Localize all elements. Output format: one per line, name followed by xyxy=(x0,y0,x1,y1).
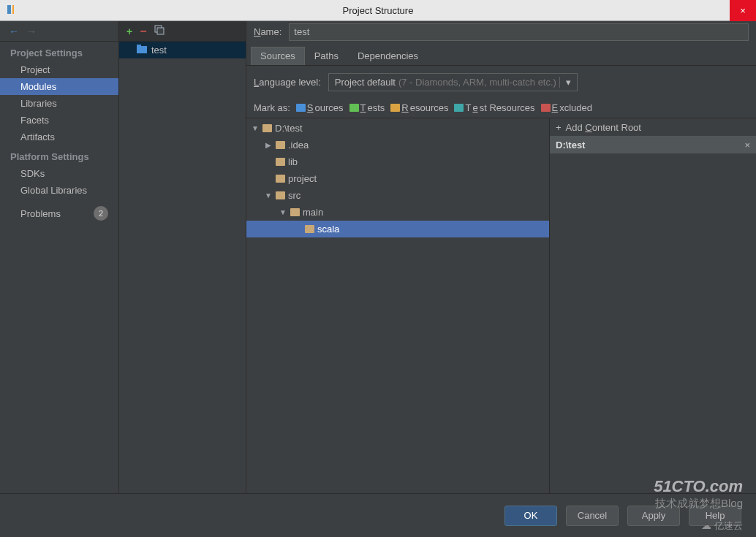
tree-label: .idea xyxy=(288,140,309,151)
nav-sdks[interactable]: SDKs xyxy=(0,165,118,182)
nav-back-icon[interactable]: ← xyxy=(9,26,19,37)
module-name-input[interactable] xyxy=(289,23,749,41)
ok-button[interactable]: OK xyxy=(504,506,557,526)
tab-sources[interactable]: Sources xyxy=(251,47,305,65)
expander-icon[interactable]: ▼ xyxy=(264,191,273,199)
left-nav: ← → Project Settings Project Modules Lib… xyxy=(0,21,119,493)
content-roots-panel: + Add Content Root D:\test × xyxy=(550,118,756,493)
mark-tests[interactable]: Tests xyxy=(349,102,385,113)
folder-icon xyxy=(290,208,300,216)
folder-icon xyxy=(305,225,314,233)
nav-history: ← → xyxy=(0,21,118,42)
remove-content-root-icon[interactable]: × xyxy=(744,140,750,151)
tree-label: project xyxy=(288,173,317,184)
problems-count-badge: 2 xyxy=(94,206,108,221)
mark-as-row: Mark as: Sources Tests Resources Test Re… xyxy=(246,98,756,118)
cancel-button[interactable]: Cancel xyxy=(566,506,619,526)
nav-project[interactable]: Project xyxy=(0,61,118,78)
tree-root[interactable]: ▼ D:\test xyxy=(246,120,549,137)
content-root-item[interactable]: D:\test × xyxy=(550,136,756,153)
add-content-root-button[interactable]: + Add Content Root xyxy=(550,118,756,136)
app-icon xyxy=(6,4,18,18)
tree-idea[interactable]: ▶ .idea xyxy=(246,137,549,153)
folder-tree: ▼ D:\test ▶ .idea lib project xyxy=(246,118,550,493)
module-item-test[interactable]: test xyxy=(119,42,246,58)
module-list-panel: + − test xyxy=(119,21,246,493)
folder-green-icon xyxy=(349,104,359,112)
folder-icon xyxy=(276,175,285,183)
tree-label: D:\test xyxy=(275,123,303,134)
svg-rect-4 xyxy=(137,46,147,53)
mark-sources[interactable]: Sources xyxy=(296,102,344,113)
dialog-footer: OK Cancel Apply Help xyxy=(0,493,756,537)
tree-scala[interactable]: scala xyxy=(246,221,549,237)
tree-label: src xyxy=(288,190,300,201)
tab-dependencies[interactable]: Dependencies xyxy=(348,47,428,65)
folder-test-resources-icon xyxy=(454,104,464,112)
tree-label: scala xyxy=(317,224,339,235)
platform-settings-header: Platform Settings xyxy=(0,145,118,165)
language-level-suffix: (7 - Diamonds, ARM, multi-catch etc.) xyxy=(398,77,556,88)
nav-libraries[interactable]: Libraries xyxy=(0,95,118,112)
module-details: Name: Sources Paths Dependencies Languag… xyxy=(246,21,756,493)
tabs: Sources Paths Dependencies xyxy=(246,47,756,66)
problems-label: Problems xyxy=(20,208,61,219)
module-icon xyxy=(137,45,147,56)
tree-label: main xyxy=(303,207,323,218)
main-area: ← → Project Settings Project Modules Lib… xyxy=(0,21,756,493)
module-label: test xyxy=(151,45,167,56)
remove-module-icon[interactable]: − xyxy=(140,25,146,38)
tree-project[interactable]: project xyxy=(246,170,549,187)
nav-global-libraries[interactable]: Global Libraries xyxy=(0,182,118,199)
nav-facets[interactable]: Facets xyxy=(0,112,118,129)
window-title: Project Structure xyxy=(343,5,414,16)
svg-rect-3 xyxy=(157,28,164,34)
name-row: Name: xyxy=(246,21,756,42)
folder-icon xyxy=(276,158,285,166)
tree-label: lib xyxy=(288,156,298,167)
nav-modules[interactable]: Modules xyxy=(0,78,118,95)
expander-icon[interactable]: ▼ xyxy=(251,124,260,132)
language-level-row: Language level: Project default (7 - Dia… xyxy=(246,66,756,98)
tree-src[interactable]: ▼ src xyxy=(246,187,549,204)
mark-as-label: Mark as: xyxy=(254,102,290,113)
project-settings-header: Project Settings xyxy=(0,42,118,61)
expander-icon[interactable]: ▼ xyxy=(279,208,287,216)
copy-module-icon[interactable] xyxy=(154,25,165,37)
folder-blue-icon xyxy=(296,104,306,112)
plus-icon: + xyxy=(556,122,562,133)
content-split: ▼ D:\test ▶ .idea lib project xyxy=(246,118,756,493)
help-button[interactable]: Help xyxy=(689,506,741,526)
svg-rect-5 xyxy=(137,45,141,47)
language-level-value: Project default xyxy=(335,77,396,88)
expander-icon[interactable]: ▶ xyxy=(264,141,273,149)
add-module-icon[interactable]: + xyxy=(126,26,132,37)
language-level-label: Language level: xyxy=(254,77,321,88)
mark-test-resources[interactable]: Test Resources xyxy=(454,102,534,113)
folder-red-icon xyxy=(541,104,551,112)
tree-lib[interactable]: lib xyxy=(246,153,549,170)
tab-paths[interactable]: Paths xyxy=(305,47,348,65)
nav-problems[interactable]: Problems 2 xyxy=(0,199,118,224)
name-label: Name: xyxy=(254,26,281,37)
svg-rect-0 xyxy=(7,5,11,14)
svg-rect-1 xyxy=(12,5,14,14)
folder-icon xyxy=(276,141,285,149)
apply-button[interactable]: Apply xyxy=(627,506,680,526)
folder-icon xyxy=(276,191,285,199)
module-toolbar: + − xyxy=(119,21,246,42)
folder-icon xyxy=(262,124,272,132)
titlebar: Project Structure × xyxy=(0,0,756,21)
window-close-button[interactable]: × xyxy=(730,0,756,21)
tree-main[interactable]: ▼ main xyxy=(246,204,549,221)
folder-resources-icon xyxy=(390,104,400,112)
language-level-select[interactable]: Project default (7 - Diamonds, ARM, mult… xyxy=(328,73,578,91)
content-root-path: D:\test xyxy=(556,140,585,151)
mark-excluded[interactable]: Excluded xyxy=(541,102,592,113)
nav-artifacts[interactable]: Artifacts xyxy=(0,129,118,145)
mark-resources[interactable]: Resources xyxy=(390,102,448,113)
nav-forward-icon[interactable]: → xyxy=(26,26,37,37)
